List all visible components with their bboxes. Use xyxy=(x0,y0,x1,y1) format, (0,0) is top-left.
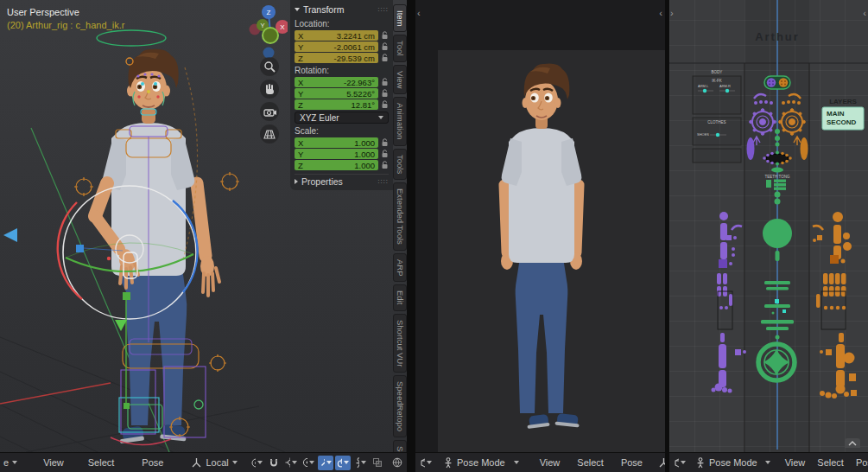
axis-z-label: Z xyxy=(267,9,271,16)
editor-type-dropdown[interactable] xyxy=(418,456,434,470)
editor-type-dropdown[interactable] xyxy=(672,456,687,470)
lock-icon[interactable] xyxy=(381,138,389,147)
scale-z-field[interactable]: Z1.000 xyxy=(295,160,378,170)
shading-wireframe-button[interactable] xyxy=(390,456,405,469)
tab-item[interactable]: Item xyxy=(393,4,407,32)
mouth-control xyxy=(766,154,789,163)
svg-text:SHOES: SHOES xyxy=(697,132,709,137)
layer-second-button[interactable]: SECOND xyxy=(827,118,856,126)
rotation-y-field[interactable]: Y5.5226° xyxy=(295,88,378,99)
chevron-down-icon xyxy=(514,461,519,464)
lock-icon[interactable] xyxy=(381,78,389,86)
perspective-toggle-button[interactable] xyxy=(260,124,279,144)
scale-z-row: Z1.000 xyxy=(295,160,389,170)
overlays-icon xyxy=(337,457,342,468)
snap-target-icon xyxy=(285,457,290,468)
tab-edit[interactable]: Edit xyxy=(393,284,407,310)
snap-with-dropdown[interactable] xyxy=(283,456,299,470)
viewport-buttons xyxy=(260,57,279,144)
orientation-dropdown[interactable]: Local xyxy=(187,456,241,469)
pivot-point-dropdown[interactable] xyxy=(249,456,264,470)
transform-panel-header[interactable]: Transform ∷∷ xyxy=(295,3,389,16)
lock-icon[interactable] xyxy=(381,150,389,158)
layer-main-button[interactable]: MAIN xyxy=(827,110,845,118)
tab-tool[interactable]: Tool xyxy=(393,35,407,61)
drag-dots-icon[interactable]: ∷∷ xyxy=(378,178,389,186)
tab-speedretopo[interactable]: SpeedRetopo xyxy=(393,375,407,437)
gizmo-green-handle xyxy=(123,292,130,300)
tab-view[interactable]: View xyxy=(393,65,407,94)
tab-tools[interactable]: Tools xyxy=(393,149,407,180)
tab-arp[interactable]: ARP xyxy=(393,253,407,283)
tab-shortcut-vur[interactable]: Shortcut VUr xyxy=(393,314,407,373)
tab-extended-tools[interactable]: Extended Tools xyxy=(393,182,407,251)
rotation-label: Rotation: xyxy=(295,65,389,77)
lock-icon[interactable] xyxy=(381,31,389,40)
snap-toggle[interactable] xyxy=(266,456,282,470)
rotation-y-row: Y5.5226° xyxy=(295,88,389,99)
properties-panel-header[interactable]: Properties ∷∷ xyxy=(295,174,389,187)
location-x-row: X3.2241 cm xyxy=(295,30,389,41)
mode-dropdown[interactable]: Pose Mode xyxy=(691,456,775,469)
ikfk-slider-arm-r[interactable] xyxy=(725,89,729,92)
magnet-icon xyxy=(269,457,279,469)
hand-icon xyxy=(263,82,276,96)
menu-select[interactable]: Select xyxy=(80,457,123,468)
shading-solid-button[interactable] xyxy=(406,456,407,469)
svg-text:CLOTHES: CLOTHES xyxy=(707,120,725,124)
lock-icon[interactable] xyxy=(381,100,389,109)
lock-icon[interactable] xyxy=(381,161,389,169)
ikfk-slider-arm-l[interactable] xyxy=(703,89,706,92)
empty-box xyxy=(693,149,741,163)
xray-toggle[interactable] xyxy=(370,456,385,470)
rotation-mode-dropdown[interactable]: XYZ Euler xyxy=(295,112,389,124)
pose-options-dropdown[interactable] xyxy=(352,456,368,470)
menu-select[interactable]: Select xyxy=(812,457,849,468)
location-y-field[interactable]: Y-2.0061 cm xyxy=(295,41,378,52)
picker-root-control[interactable] xyxy=(758,344,795,380)
pose-mode-icon xyxy=(695,457,706,469)
picker-canvas[interactable]: Arthur BODY IK-FK ARM.L ARM.R CLOTHES SH… xyxy=(669,0,868,452)
chevron-down-icon xyxy=(309,461,314,464)
viewport-header-center: Pose Mode View Select Pose Local xyxy=(415,452,665,472)
zoom-button[interactable] xyxy=(260,57,279,76)
menu-view[interactable]: View xyxy=(780,457,811,468)
pan-button[interactable] xyxy=(260,80,279,99)
menu-pose[interactable]: Pose xyxy=(613,457,650,468)
menu-select[interactable]: Select xyxy=(569,457,611,468)
mode-dropdown[interactable]: Pose Mode xyxy=(439,456,523,469)
orientation-dropdown[interactable]: Local xyxy=(654,456,665,469)
proportional-edit-dropdown[interactable] xyxy=(301,456,316,470)
drag-dots-icon[interactable]: ∷∷ xyxy=(378,6,389,14)
chevron-down-icon xyxy=(361,461,366,464)
show-gizmo-toggle[interactable] xyxy=(318,456,333,470)
lock-icon[interactable] xyxy=(381,89,389,98)
menu-pose[interactable]: Pose xyxy=(851,457,868,468)
shoes-slider[interactable] xyxy=(716,133,719,137)
viewport-editor-icon xyxy=(420,457,425,469)
navigation-gizmo[interactable]: Z Y X xyxy=(248,3,288,58)
rotation-z-field[interactable]: Z12.81° xyxy=(295,99,378,110)
expand-panel-button[interactable] xyxy=(845,438,860,448)
grid-icon xyxy=(263,128,276,140)
picker-leg-left[interactable] xyxy=(712,333,747,393)
axis-neg-y-ball[interactable] xyxy=(263,28,278,43)
scale-x-field[interactable]: X1.000 xyxy=(295,137,378,148)
mode-dropdown-partial[interactable]: e xyxy=(3,456,22,469)
picker-leg-right[interactable] xyxy=(820,333,857,399)
tab-animation[interactable]: Animation xyxy=(393,97,407,145)
menu-view[interactable]: View xyxy=(532,457,568,468)
chevron-up-icon xyxy=(848,441,857,446)
lock-icon[interactable] xyxy=(381,54,389,62)
lock-icon[interactable] xyxy=(381,42,389,51)
scale-y-field[interactable]: Y1.000 xyxy=(295,149,378,159)
menu-view[interactable]: View xyxy=(35,457,72,468)
menu-pose[interactable]: Pose xyxy=(134,457,171,468)
show-overlays-toggle[interactable] xyxy=(335,456,351,470)
location-z-field[interactable]: Z-29.539 cm xyxy=(295,53,378,63)
location-x-field[interactable]: X3.2241 cm xyxy=(295,30,378,41)
camera-view-button[interactable] xyxy=(260,102,279,121)
magnifier-icon xyxy=(263,60,276,73)
rotation-x-field[interactable]: X-22.963° xyxy=(295,77,378,87)
shoulder-right xyxy=(813,226,823,230)
